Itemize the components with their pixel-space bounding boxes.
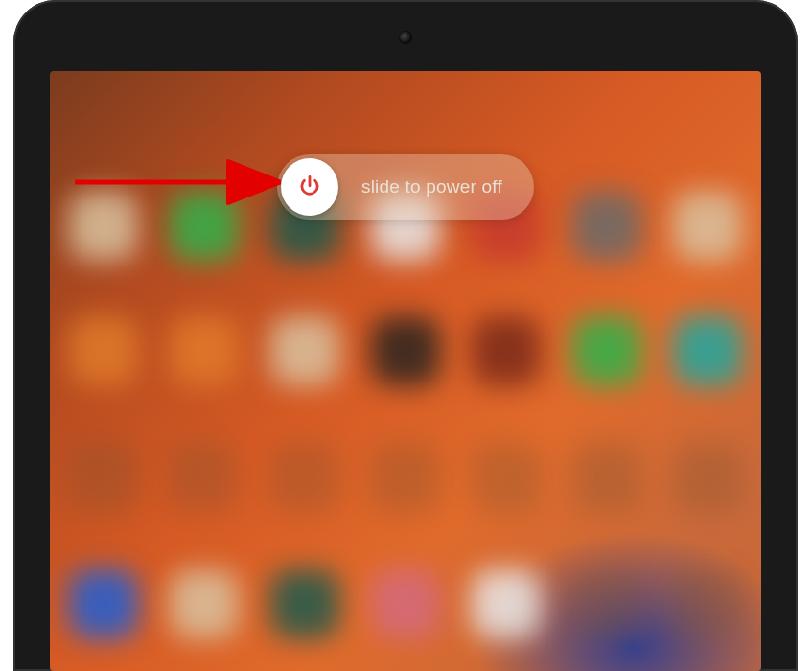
app-icon-blurred	[472, 316, 541, 385]
home-icon-row	[69, 316, 742, 385]
app-icon-blurred	[69, 569, 138, 638]
slider-knob[interactable]	[281, 158, 338, 216]
app-icon-blurred	[572, 316, 641, 385]
app-icon-blurred	[572, 569, 641, 638]
power-off-slider[interactable]: slide to power off	[277, 154, 534, 220]
home-icon-row	[69, 443, 742, 512]
app-icon-blurred	[371, 443, 440, 512]
app-icon-blurred	[572, 443, 641, 512]
app-icon-blurred	[69, 192, 138, 261]
app-icon-blurred	[472, 443, 541, 512]
app-icon-blurred	[170, 443, 239, 512]
app-icon-blurred	[673, 569, 742, 638]
app-icon-blurred	[371, 316, 440, 385]
device-frame: slide to power off	[13, 0, 798, 671]
app-icon-blurred	[270, 569, 339, 638]
app-icon-blurred	[69, 443, 138, 512]
app-icon-blurred	[170, 192, 239, 261]
slider-label: slide to power off	[361, 176, 502, 197]
power-icon	[296, 174, 323, 200]
app-icon-blurred	[472, 569, 541, 638]
camera	[399, 31, 412, 44]
app-icon-blurred	[371, 569, 440, 638]
app-icon-blurred	[673, 443, 742, 512]
app-icon-blurred	[673, 316, 742, 385]
screen: slide to power off	[50, 71, 761, 671]
app-icon-blurred	[270, 316, 339, 385]
app-icon-blurred	[270, 443, 339, 512]
home-icon-row	[69, 569, 742, 638]
app-icon-blurred	[673, 192, 742, 261]
app-icon-blurred	[170, 569, 239, 638]
app-icon-blurred	[170, 316, 239, 385]
app-icon-blurred	[69, 316, 138, 385]
app-icon-blurred	[572, 192, 641, 261]
